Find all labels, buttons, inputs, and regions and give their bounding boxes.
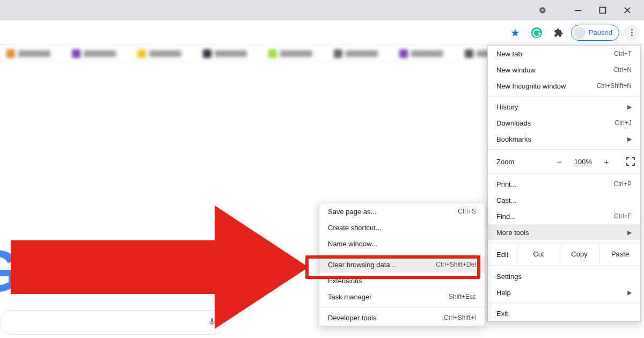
- menu-item-label: Extensions: [328, 277, 362, 285]
- close-button[interactable]: [615, 0, 640, 20]
- svg-rect-1: [575, 10, 581, 11]
- profile-state-label: Paused: [589, 28, 612, 36]
- menu-edit-row: Edit Cut Copy Paste: [488, 245, 640, 263]
- menu-item-label: New Incognito window: [496, 82, 566, 90]
- menu-item-label: Create shortcut...: [328, 224, 382, 232]
- menu-zoom-row: Zoom − 100% +: [488, 152, 640, 171]
- menu-item-shortcut: Ctrl+Shift+I: [444, 314, 476, 321]
- menu-separator: [319, 307, 485, 307]
- menu-item[interactable]: DownloadsCtrl+J: [488, 115, 640, 131]
- menu-item-label: Print...: [496, 180, 517, 188]
- menu-item-label: Bookmarks: [496, 135, 531, 143]
- menu-item-label: Clear browsing data...: [328, 261, 396, 269]
- zoom-out-button[interactable]: −: [554, 157, 566, 166]
- menu-item-label: Cast...: [496, 196, 517, 204]
- menu-separator: [488, 96, 640, 97]
- menu-item[interactable]: Exit: [488, 305, 640, 321]
- more-tools-submenu: Save page as...Ctrl+SCreate shortcut...N…: [319, 203, 485, 326]
- window-titlebar: [0, 0, 644, 20]
- menu-item-shortcut: Shift+Esc: [449, 293, 476, 300]
- menu-item-label: Exit: [496, 310, 508, 318]
- annotation-arrow-icon: [11, 205, 311, 329]
- chrome-menu-button[interactable]: [624, 25, 640, 41]
- menu-item-shortcut: Ctrl+Shift+N: [597, 82, 632, 90]
- chrome-menu: New tabCtrl+TNew windowCtrl+NNew Incogni…: [487, 45, 641, 322]
- menu-item-label: History: [496, 103, 518, 111]
- menu-item-label: Task manager: [328, 293, 372, 301]
- menu-separator: [319, 254, 485, 254]
- submenu-arrow-icon: ▶: [627, 229, 632, 236]
- menu-item[interactable]: Create shortcut...: [319, 219, 485, 236]
- submenu-arrow-icon: ▶: [627, 136, 632, 143]
- menu-item[interactable]: Clear browsing data...Ctrl+Shift+Del: [319, 256, 485, 273]
- menu-item-label: New window: [496, 66, 536, 74]
- menu-item[interactable]: Extensions: [319, 273, 485, 289]
- edit-label: Edit: [488, 251, 518, 259]
- maximize-button[interactable]: [590, 0, 615, 20]
- menu-item-shortcut: Ctrl+N: [613, 66, 632, 74]
- account-dropdown-icon[interactable]: [530, 0, 555, 20]
- menu-item-shortcut: Ctrl+J: [614, 119, 632, 127]
- menu-item[interactable]: New windowCtrl+N: [488, 62, 640, 78]
- menu-item[interactable]: New Incognito windowCtrl+Shift+N: [488, 78, 640, 94]
- menu-item-label: Save page as...: [328, 208, 376, 216]
- menu-item[interactable]: Bookmarks▶: [488, 131, 640, 147]
- menu-item[interactable]: Task managerShift+Esc: [319, 289, 485, 305]
- svg-marker-4: [11, 205, 309, 329]
- menu-item[interactable]: Name window...: [319, 236, 485, 252]
- fullscreen-icon[interactable]: [626, 157, 635, 166]
- submenu-arrow-icon: ▶: [627, 104, 632, 111]
- grammarly-extension-icon[interactable]: [528, 24, 545, 41]
- profile-chip[interactable]: Paused: [571, 25, 619, 41]
- menu-item[interactable]: Save page as...Ctrl+S: [319, 203, 485, 219]
- menu-item-label: More tools: [496, 229, 529, 237]
- menu-item[interactable]: More tools▶: [488, 224, 640, 240]
- cut-button[interactable]: Cut: [518, 245, 559, 263]
- zoom-label: Zoom: [496, 158, 514, 166]
- bookmark-star-icon[interactable]: ★: [507, 24, 524, 41]
- zoom-in-button[interactable]: +: [601, 157, 612, 166]
- menu-item-shortcut: Ctrl+Shift+Del: [436, 261, 476, 268]
- menu-item-shortcut: Ctrl+F: [614, 212, 632, 220]
- menu-item-shortcut: Ctrl+S: [458, 208, 476, 215]
- svg-rect-2: [600, 8, 606, 13]
- menu-item-label: Settings: [496, 273, 522, 281]
- menu-item-label: Name window...: [328, 240, 377, 248]
- menu-item[interactable]: History▶: [488, 99, 640, 115]
- menu-item-label: New tab: [496, 50, 522, 58]
- menu-item-shortcut: Ctrl+T: [614, 50, 632, 57]
- menu-item[interactable]: Settings: [488, 268, 640, 284]
- menu-separator: [488, 303, 640, 303]
- browser-toolbar: ★ Paused: [0, 20, 644, 45]
- menu-item-label: Help: [496, 289, 511, 297]
- avatar: [574, 27, 586, 39]
- menu-separator: [488, 266, 640, 266]
- menu-item[interactable]: Cast...: [488, 192, 640, 208]
- menu-item[interactable]: Find...Ctrl+F: [488, 208, 640, 224]
- menu-separator: [488, 243, 640, 243]
- menu-separator: [488, 149, 640, 150]
- extensions-puzzle-icon[interactable]: [550, 24, 567, 41]
- minimize-button[interactable]: [566, 0, 590, 20]
- menu-item[interactable]: Print...Ctrl+P: [488, 176, 640, 192]
- zoom-level: 100%: [574, 158, 592, 166]
- menu-item-shortcut: Ctrl+P: [613, 180, 632, 188]
- menu-item-label: Downloads: [496, 119, 531, 127]
- menu-item[interactable]: New tabCtrl+T: [488, 46, 640, 62]
- menu-item[interactable]: Developer toolsCtrl+Shift+I: [319, 310, 485, 326]
- menu-item-label: Developer tools: [328, 314, 376, 322]
- menu-item[interactable]: Help▶: [488, 284, 640, 300]
- paste-button[interactable]: Paste: [599, 245, 640, 263]
- menu-item-label: Find...: [496, 212, 516, 221]
- submenu-arrow-icon: ▶: [627, 289, 632, 296]
- menu-separator: [488, 173, 640, 174]
- copy-button[interactable]: Copy: [559, 245, 599, 263]
